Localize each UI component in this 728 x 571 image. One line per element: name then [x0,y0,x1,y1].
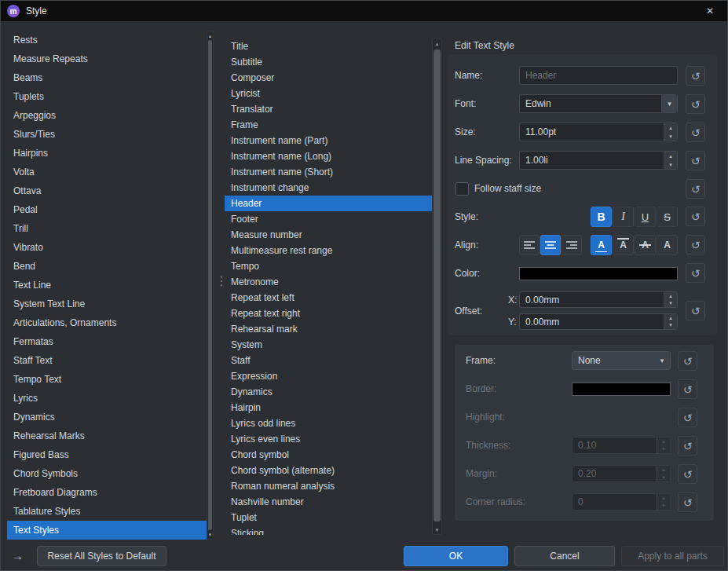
text-style-item[interactable]: Instrument name (Short) [225,164,432,180]
text-style-item[interactable]: System [225,337,432,353]
style-category-item[interactable]: Beams [7,68,207,87]
spinner-buttons[interactable]: ▲▼ [664,123,677,141]
style-category-item[interactable]: Slurs/Ties [7,125,207,144]
style-category-item[interactable]: Pedal [7,200,207,219]
text-style-item[interactable]: Hairpin [225,400,432,415]
spin-down-icon[interactable]: ▼ [664,300,677,308]
text-style-item[interactable]: Repeat text right [225,306,432,321]
scroll-down-icon[interactable]: ▼ [433,525,441,534]
text-style-item[interactable]: Lyrics odd lines [225,415,432,431]
thickness-spinner[interactable]: 0.10 ▲▼ [572,437,671,454]
text-style-item[interactable]: Measure number [225,227,432,243]
align-right-button[interactable] [562,235,582,255]
style-category-item[interactable]: Fermatas [7,332,207,351]
text-style-item[interactable]: Footer [225,211,432,227]
spin-down-icon[interactable]: ▼ [657,445,670,453]
text-style-item[interactable]: Translator [225,101,432,117]
reset-color-button[interactable]: ↺ [686,263,705,283]
reset-name-button[interactable]: ↺ [686,66,705,86]
text-style-item[interactable]: Roman numeral analysis [225,478,432,494]
text-style-item[interactable]: Tempo [225,258,432,274]
text-style-item[interactable]: Sticking [225,525,432,535]
left-scrollbar-thumb[interactable] [208,40,212,530]
style-category-item[interactable]: Tempo Text [7,370,207,389]
style-category-item[interactable]: Vibrato [7,238,207,257]
reset-thickness-button[interactable]: ↺ [678,436,697,456]
apply-to-all-parts-button[interactable]: Apply to all parts [621,546,724,566]
reset-follow-staff-button[interactable]: ↺ [686,179,705,199]
text-style-item[interactable]: Instrument change [225,180,432,196]
cancel-button[interactable]: Cancel [514,546,615,566]
text-style-item[interactable]: Multimeasure rest range [225,243,432,258]
reset-offset-button[interactable]: ↺ [686,301,705,320]
style-category-item[interactable]: Text Styles [7,521,207,540]
style-category-item[interactable]: System Text Line [7,295,207,313]
text-style-item[interactable]: Repeat text left [225,290,432,306]
underline-button[interactable]: U [635,207,656,227]
middle-scrollbar-thumb[interactable] [434,49,441,522]
text-style-item[interactable]: Nashville number [225,494,432,510]
bold-button[interactable]: B [591,207,612,227]
reset-align-button[interactable]: ↺ [686,235,705,254]
reset-font-button[interactable]: ↺ [686,94,705,114]
style-category-item[interactable]: Arpeggios [7,106,207,125]
spinner-buttons[interactable]: ▲▼ [657,494,670,510]
spinner-buttons[interactable]: ▲▼ [664,292,677,307]
align-center-button[interactable] [540,235,561,255]
text-color-swatch[interactable] [519,267,678,280]
spin-up-icon[interactable]: ▲ [664,314,677,322]
middle-list-scrollbar[interactable]: ▲ ▼ [432,38,442,535]
valign-middle-button[interactable]: A [635,235,656,255]
style-category-item[interactable]: Bend [7,257,207,276]
corner-radius-spinner[interactable]: 0 ▲▼ [572,493,671,511]
style-category-item[interactable]: Lyrics [7,389,207,408]
text-style-item[interactable]: Dynamics [225,384,432,400]
valign-bottom-button[interactable]: A [657,235,678,255]
reset-size-button[interactable]: ↺ [686,123,705,142]
spin-up-icon[interactable]: ▲ [657,494,670,502]
spinner-buttons[interactable]: ▲▼ [664,152,677,169]
spin-down-icon[interactable]: ▼ [664,160,677,169]
chevron-down-icon[interactable]: ▾ [661,95,677,112]
style-category-item[interactable]: Ottava [7,181,207,200]
follow-staff-size-checkbox[interactable] [455,182,469,196]
reset-highlight-button[interactable]: ↺ [678,408,697,427]
spin-up-icon[interactable]: ▲ [657,466,670,474]
border-color-swatch[interactable] [572,382,671,396]
spin-down-icon[interactable]: ▼ [657,502,670,510]
valign-top-button[interactable]: A [591,235,612,255]
text-style-item[interactable]: Expression [225,368,432,384]
scroll-down-icon[interactable]: ▼ [207,530,213,539]
text-style-item[interactable]: Lyricist [225,86,432,101]
valign-baseline-button[interactable]: A [613,235,634,255]
style-category-item[interactable]: Tablature Styles [7,502,207,521]
close-button[interactable]: ✕ [693,1,727,21]
italic-button[interactable]: I [613,207,634,227]
offset-x-spinner[interactable]: 0.00mm ▲▼ [519,291,678,308]
offset-y-spinner[interactable]: 0.00mm ▲▼ [519,313,678,330]
spinner-buttons[interactable]: ▲▼ [664,314,677,329]
left-list-scrollbar[interactable]: ▲ ▼ [207,31,214,540]
style-category-item[interactable]: Measure Repeats [7,49,207,68]
style-category-item[interactable]: Text Line [7,276,207,295]
text-style-item[interactable]: Frame [225,117,432,133]
text-style-item[interactable]: Instrument name (Part) [225,133,432,148]
reset-border-button[interactable]: ↺ [678,379,697,399]
text-style-item[interactable]: Header [225,196,432,211]
scroll-up-icon[interactable]: ▲ [433,39,441,48]
spin-up-icon[interactable]: ▲ [664,152,677,160]
text-style-item[interactable]: Chord symbol (alternate) [225,463,432,478]
spin-down-icon[interactable]: ▼ [657,474,670,481]
style-category-item[interactable]: Dynamics [7,408,207,426]
arrow-right-icon[interactable]: → [12,549,24,562]
style-category-item[interactable]: Tuplets [7,87,207,106]
style-category-item[interactable]: Articulations, Ornaments [7,313,207,332]
style-category-item[interactable]: Fretboard Diagrams [7,483,207,502]
strikethrough-button[interactable]: S [657,207,678,227]
text-style-item[interactable]: Instrument name (Long) [225,148,432,164]
spin-up-icon[interactable]: ▲ [657,437,670,445]
ok-button[interactable]: OK [404,546,508,566]
reset-margin-button[interactable]: ↺ [678,464,697,484]
style-category-item[interactable]: Hairpins [7,144,207,163]
text-style-item[interactable]: Metronome [225,274,432,290]
